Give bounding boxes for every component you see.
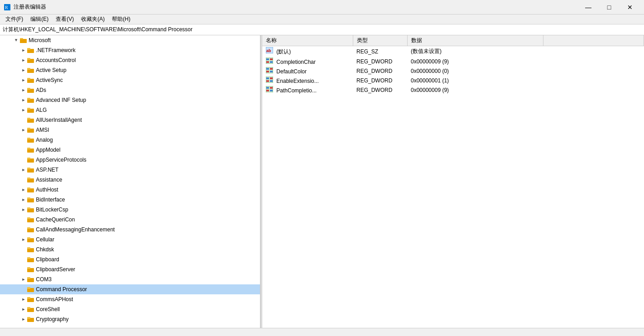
menu-bar: 文件(F) 编辑(E) 查看(V) 收藏夹(A) 帮助(H) bbox=[0, 14, 644, 24]
tree-item-bidinterface[interactable]: ► BidInterface bbox=[0, 195, 260, 205]
tree-item-appmodel[interactable]: ► AppModel bbox=[0, 145, 260, 155]
tree-item-microsoft[interactable]: ► Microsoft bbox=[0, 35, 260, 45]
tree-item-clipboardserver[interactable]: ► ClipboardServer bbox=[0, 264, 260, 274]
minimize-button[interactable]: — bbox=[578, 0, 599, 14]
tree-item-commsaphost[interactable]: ► CommsAPHost bbox=[0, 294, 260, 304]
table-row[interactable]: PathCompletio... REG_DWORD 0x00000009 (9… bbox=[262, 85, 644, 95]
tree-label: ALG bbox=[36, 107, 47, 113]
tree-item-bitlockercsp[interactable]: ► BitLockerCsp bbox=[0, 205, 260, 215]
tree-item-accountscontrol[interactable]: ► AccountsControl bbox=[0, 55, 260, 65]
table-row[interactable]: CompletionChar REG_DWORD 0x00000009 (9) bbox=[262, 57, 644, 66]
folder-icon bbox=[27, 67, 34, 73]
tree-label: CoreShell bbox=[36, 306, 60, 312]
address-text: 计算机\HKEY_LOCAL_MACHINE\SOFTWARE\Microsof… bbox=[3, 26, 192, 33]
tree-label: AuthHost bbox=[36, 187, 58, 193]
tree-item-coreshell[interactable]: ► CoreShell bbox=[0, 304, 260, 314]
tree-item-alg[interactable]: ► ALG bbox=[0, 105, 260, 115]
tree-item-com3[interactable]: ► COM3 bbox=[0, 274, 260, 284]
tree-item-amsi[interactable]: ► AMSI bbox=[0, 125, 260, 135]
tree-item-appserviceprotocols[interactable]: ► AppServiceProtocols bbox=[0, 155, 260, 165]
close-button[interactable]: ✕ bbox=[620, 0, 640, 14]
expand-arrow: ► bbox=[20, 296, 27, 303]
tree-item-activesetup[interactable]: ► Active Setup bbox=[0, 65, 260, 75]
menu-file[interactable]: 文件(F) bbox=[2, 14, 27, 24]
folder-icon bbox=[27, 107, 34, 113]
tree-item-activesync[interactable]: ► ActiveSync bbox=[0, 75, 260, 85]
tree-item-cachequericon[interactable]: ► CacheQueriCon bbox=[0, 215, 260, 225]
svg-rect-24 bbox=[27, 138, 30, 139]
col-header-data[interactable]: 数据 bbox=[407, 35, 543, 46]
table-row[interactable]: EnableExtensio... REG_DWORD 0x00000001 (… bbox=[262, 76, 644, 85]
tree-item-alluserinstallagent[interactable]: ► AllUserInstallAgent bbox=[0, 115, 260, 125]
svg-rect-10 bbox=[27, 68, 30, 70]
expand-arrow: ► bbox=[20, 166, 27, 173]
tree-label: ActiveSync bbox=[36, 77, 62, 83]
tree-label: Assistance bbox=[36, 177, 62, 183]
expand-arrow: ► bbox=[20, 276, 27, 283]
folder-icon bbox=[27, 216, 34, 223]
tree-item-cellular[interactable]: ► Cellular bbox=[0, 235, 260, 245]
col-header-name[interactable]: 名称 bbox=[262, 35, 353, 46]
folder-icon bbox=[27, 157, 34, 163]
svg-rect-58 bbox=[27, 307, 30, 309]
svg-rect-72 bbox=[270, 68, 273, 70]
expand-arrow: ► bbox=[20, 306, 27, 313]
svg-rect-68 bbox=[270, 61, 273, 63]
tree-item-advinfsetup[interactable]: ► Advanced INF Setup bbox=[0, 95, 260, 105]
table-row[interactable]: ab (默认) REG_SZ (数值未设置) bbox=[262, 46, 644, 57]
svg-rect-79 bbox=[266, 80, 269, 82]
window-controls: — □ ✕ bbox=[578, 0, 640, 14]
svg-rect-65 bbox=[266, 58, 269, 60]
svg-text:R: R bbox=[5, 5, 8, 10]
tree-item-chkdsk[interactable]: ► Chkdsk bbox=[0, 245, 260, 254]
folder-icon bbox=[20, 37, 27, 43]
expand-arrow: ► bbox=[20, 126, 27, 134]
svg-rect-4 bbox=[20, 39, 27, 43]
folder-icon bbox=[27, 296, 34, 302]
svg-rect-50 bbox=[27, 267, 30, 269]
folder-icon bbox=[27, 177, 34, 183]
menu-favorites[interactable]: 收藏夹(A) bbox=[77, 14, 108, 24]
tree-item-commandprocessor[interactable]: ► Command Processor bbox=[0, 284, 260, 294]
tree-label: BitLockerCsp bbox=[36, 206, 68, 213]
menu-view[interactable]: 查看(V) bbox=[52, 14, 77, 24]
svg-rect-16 bbox=[27, 98, 30, 100]
maximize-button[interactable]: □ bbox=[599, 0, 620, 14]
col-header-type[interactable]: 类型 bbox=[353, 35, 407, 46]
tree-item-clipboard[interactable]: ► Clipboard bbox=[0, 254, 260, 264]
svg-rect-22 bbox=[27, 128, 30, 130]
reg-icon-dword bbox=[266, 58, 273, 64]
tree-item-callandmessaging[interactable]: ► CallAndMessagingEnhancement bbox=[0, 225, 260, 235]
reg-icon-ab: ab bbox=[266, 47, 273, 53]
tree-item-authhost[interactable]: ► AuthHost bbox=[0, 185, 260, 195]
folder-icon bbox=[27, 226, 34, 233]
tree-panel[interactable]: ► Microsoft ► .NETFramework ► AccountsCo… bbox=[0, 35, 260, 328]
svg-rect-83 bbox=[266, 87, 269, 89]
reg-type: REG_DWORD bbox=[353, 57, 407, 66]
tree-label: AccountsControl bbox=[36, 57, 76, 63]
folder-icon bbox=[27, 187, 34, 193]
reg-name: PathCompletio... bbox=[262, 85, 353, 95]
tree-label: CallAndMessagingEnhancement bbox=[36, 226, 115, 233]
tree-item-analog[interactable]: ► Analog bbox=[0, 135, 260, 145]
tree-label: Analog bbox=[36, 137, 53, 143]
expand-arrow: ► bbox=[20, 106, 27, 114]
folder-icon bbox=[27, 57, 34, 63]
tree-item-cryptography[interactable]: ► Cryptography bbox=[0, 314, 260, 324]
reg-icon-dword bbox=[266, 86, 273, 92]
tree-item-ads[interactable]: ► ADs bbox=[0, 85, 260, 95]
folder-icon bbox=[27, 167, 34, 173]
tree-label: AMSI bbox=[36, 127, 49, 133]
menu-edit[interactable]: 编辑(E) bbox=[27, 14, 52, 24]
reg-type: REG_DWORD bbox=[353, 76, 407, 85]
table-row[interactable]: DefaultColor REG_DWORD 0x00000000 (0) bbox=[262, 66, 644, 76]
reg-name: DefaultColor bbox=[262, 66, 353, 76]
tree-item-assistance[interactable]: ► Assistance bbox=[0, 175, 260, 185]
reg-type: REG_SZ bbox=[353, 46, 407, 57]
tree-item-aspnet[interactable]: ► ASP.NET bbox=[0, 165, 260, 175]
tree-item-netframework[interactable]: ► .NETFramework bbox=[0, 45, 260, 55]
menu-help[interactable]: 帮助(H) bbox=[108, 14, 134, 24]
tree-label: ASP.NET bbox=[36, 167, 58, 173]
svg-rect-56 bbox=[27, 297, 30, 299]
address-bar: 计算机\HKEY_LOCAL_MACHINE\SOFTWARE\Microsof… bbox=[0, 24, 644, 35]
